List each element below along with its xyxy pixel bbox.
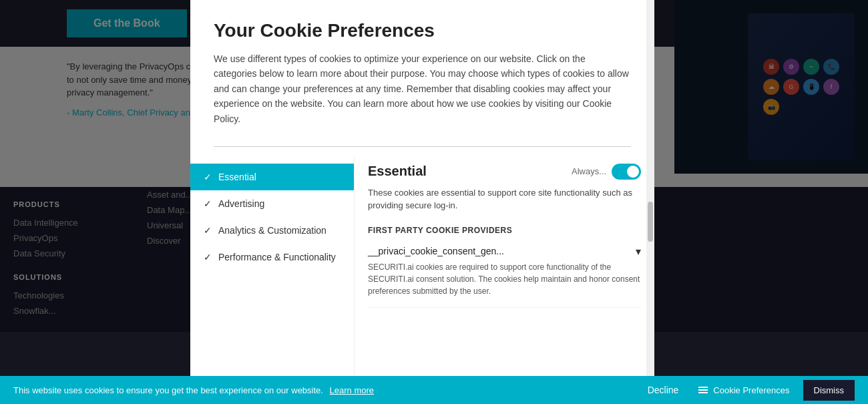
modal-scrollbar-thumb[interactable] bbox=[648, 202, 653, 242]
check-icon-advertising: ✓ bbox=[204, 198, 212, 209]
decline-button[interactable]: Decline bbox=[641, 381, 686, 399]
modal-description: We use different types of cookies to opt… bbox=[214, 51, 631, 126]
cookie-preferences-button[interactable]: Cookie Preferences bbox=[692, 382, 796, 399]
provider-item: __privaci_cookie_consent_gen... ▾ SECURI… bbox=[368, 245, 641, 308]
cookie-preferences-label: Cookie Preferences bbox=[713, 385, 789, 395]
toggle-area: Always... bbox=[572, 164, 641, 180]
modal-body: ✓ Essential ✓ Advertising ✓ Analytics & … bbox=[190, 157, 654, 387]
dismiss-button[interactable]: Dismiss bbox=[803, 380, 855, 401]
modal-title: Your Cookie Preferences bbox=[214, 20, 631, 41]
content-panel-header: Essential Always... bbox=[368, 164, 641, 180]
sliders-icon bbox=[698, 387, 708, 393]
cookie-bar-buttons: Decline Cookie Preferences Dismiss bbox=[641, 380, 855, 401]
always-label: Always... bbox=[572, 166, 606, 176]
content-panel: Essential Always... These cookies are es… bbox=[354, 157, 654, 387]
check-icon-performance: ✓ bbox=[204, 252, 212, 262]
cookie-consent-bar: This website uses cookies to ensure you … bbox=[0, 376, 868, 404]
modal-header: Your Cookie Preferences We use different… bbox=[190, 0, 654, 136]
chevron-down-icon[interactable]: ▾ bbox=[636, 245, 641, 258]
categories-panel: ✓ Essential ✓ Advertising ✓ Analytics & … bbox=[190, 157, 354, 387]
category-performance[interactable]: ✓ Performance & Functionality bbox=[190, 244, 354, 270]
learn-more-link[interactable]: Learn more bbox=[330, 385, 374, 395]
category-performance-label: Performance & Functionality bbox=[218, 252, 336, 262]
check-icon-essential: ✓ bbox=[204, 172, 212, 182]
modal-scrollbar[interactable] bbox=[646, 157, 654, 387]
category-advertising-label: Advertising bbox=[218, 198, 264, 209]
essential-toggle[interactable] bbox=[612, 164, 641, 180]
check-icon-analytics: ✓ bbox=[204, 225, 212, 236]
content-panel-title: Essential bbox=[368, 164, 427, 179]
cookie-bar-message: This website uses cookies to ensure you … bbox=[13, 385, 323, 395]
content-description: These cookies are essential to support c… bbox=[368, 186, 641, 212]
providers-title: FIRST PARTY COOKIE PROVIDERS bbox=[368, 226, 641, 235]
category-analytics[interactable]: ✓ Analytics & Customization bbox=[190, 217, 354, 244]
cookie-bar-text: This website uses cookies to ensure you … bbox=[13, 385, 641, 395]
provider-name[interactable]: __privaci_cookie_consent_gen... ▾ bbox=[368, 245, 641, 258]
category-essential-label: Essential bbox=[218, 172, 256, 182]
category-advertising[interactable]: ✓ Advertising bbox=[190, 190, 354, 217]
category-analytics-label: Analytics & Customization bbox=[218, 225, 327, 236]
modal-divider bbox=[214, 146, 631, 147]
provider-name-text: __privaci_cookie_consent_gen... bbox=[368, 246, 504, 256]
provider-description: SECURITI.ai cookies are required to supp… bbox=[368, 261, 641, 297]
category-essential[interactable]: ✓ Essential bbox=[190, 164, 354, 190]
cookie-preferences-modal: Your Cookie Preferences We use different… bbox=[190, 0, 654, 387]
